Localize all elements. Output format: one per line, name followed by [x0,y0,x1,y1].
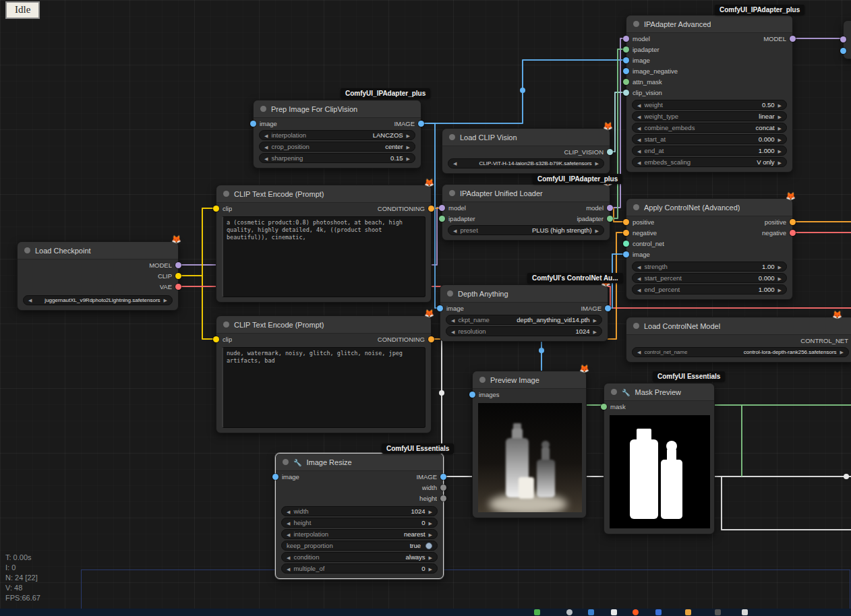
increment-arrow-icon[interactable] [407,143,410,150]
decrement-arrow-icon[interactable] [287,519,290,526]
crop-position-widget[interactable]: crop_position center [259,142,415,152]
node-clip-text-encode-negative[interactable]: CLIP Text Encode (Prompt) clip CONDITION… [216,315,432,433]
output-slot-negative[interactable] [790,230,796,236]
weight-type-widget[interactable]: weight_type linear [632,111,787,121]
input-slot-ipadapter[interactable] [623,47,629,53]
output-slot-image[interactable] [605,305,611,311]
interpolation-widget[interactable]: interpolation LANCZOS [259,130,415,140]
taskbar[interactable] [0,609,851,616]
increment-arrow-icon[interactable] [429,553,432,561]
output-slot-vae[interactable] [175,284,181,290]
node-title-bar[interactable]: CLIP Text Encode (Prompt) [216,316,431,334]
increment-arrow-icon[interactable] [595,160,599,166]
decrement-arrow-icon[interactable] [637,147,641,154]
ckpt-name-widget[interactable]: ckpt_name depth_anything_vitl14.pth [446,315,602,325]
decrement-arrow-icon[interactable] [637,263,641,270]
output-slot-image[interactable] [418,121,424,127]
input-slot-attn-mask[interactable] [623,79,629,85]
taskbar-white-app-icon[interactable] [611,609,617,615]
node-preview-image[interactable]: Preview Image images [472,371,587,518]
decrement-arrow-icon[interactable] [287,507,290,515]
partial-node-right[interactable] [843,20,851,59]
weight-widget[interactable]: weight 0.50 [632,100,787,110]
input-slot-model[interactable] [439,205,445,211]
collapse-dot-icon[interactable] [260,106,266,112]
input-slot-negative[interactable] [623,230,629,236]
status-badge[interactable]: Idle [5,1,40,19]
output-slot-conditioning[interactable] [428,336,434,342]
collapse-dot-icon[interactable] [633,21,639,27]
node-title-bar[interactable]: Apply ControlNet (Advanced) [626,199,792,216]
taskbar-chart-icon[interactable] [534,609,540,615]
input-slot-image[interactable] [623,251,629,257]
prompt-textarea[interactable]: a (cosmetic product:0.8) photoshoot, at … [222,216,426,297]
node-ipadapter-unified-loader[interactable]: IPAdapter Unified Loader model model ipa… [442,184,610,241]
output-slot-width[interactable] [440,485,446,491]
increment-arrow-icon[interactable] [595,226,599,234]
node-prep-image-clipvision[interactable]: Prep Image For ClipVision image IMAGE in… [253,100,421,168]
output-slot-clip[interactable] [175,273,181,279]
decrement-arrow-icon[interactable] [264,131,268,139]
taskbar-mail-icon[interactable] [655,609,662,615]
node-depth-anything[interactable]: Depth Anything image IMAGE ckpt_name dep… [440,284,608,342]
width-widget[interactable]: width 1024 [281,506,438,516]
decrement-arrow-icon[interactable] [451,328,454,335]
node-mask-preview[interactable]: Mask Preview mask [604,383,715,534]
increment-arrow-icon[interactable] [407,131,410,139]
preset-widget[interactable]: preset PLUS (high strength) [448,225,604,235]
input-slot-image-negative[interactable] [623,68,629,74]
node-title-bar[interactable]: IPAdapter Advanced [626,16,792,33]
end-at-widget[interactable]: end_at 1.000 [632,146,787,156]
decrement-arrow-icon[interactable] [637,158,641,166]
output-slot-height[interactable] [440,495,446,501]
node-title-bar[interactable]: Preview Image [473,371,586,389]
increment-arrow-icon[interactable] [164,297,167,303]
node-clip-text-encode-positive[interactable]: CLIP Text Encode (Prompt) clip CONDITION… [216,185,432,303]
output-slot-clip-vision[interactable] [607,149,613,155]
increment-arrow-icon[interactable] [778,147,782,154]
decrement-arrow-icon[interactable] [264,154,268,162]
increment-arrow-icon[interactable] [778,286,782,293]
input-slot-ipadapter[interactable] [439,216,445,222]
decrement-arrow-icon[interactable] [451,316,454,324]
node-title-bar[interactable]: Depth Anything [440,285,608,303]
increment-arrow-icon[interactable] [840,349,844,355]
increment-arrow-icon[interactable] [593,316,597,324]
input-slot-positive[interactable] [623,219,629,225]
taskbar-browser-icon[interactable] [633,609,639,615]
prompt-textarea[interactable]: nude, watermark, noisy, glitch, glitch, … [222,347,426,428]
input-slot-images[interactable] [469,392,475,398]
input-slot-image[interactable] [623,57,629,63]
decrement-arrow-icon[interactable] [637,113,641,120]
toggle-knob-icon[interactable] [426,543,432,549]
taskbar-sheet-icon[interactable] [742,609,748,615]
decrement-arrow-icon[interactable] [637,101,641,109]
resolution-widget[interactable]: resolution 1024 [446,326,602,336]
clip-name-widget[interactable]: CLIP-ViT-H-14-laion2B-s32B-b79K.safetens… [448,158,604,168]
collapse-dot-icon[interactable] [24,247,30,253]
output-slot-model[interactable] [790,36,796,42]
node-apply-controlnet[interactable]: Apply ControlNet (Advanced) positive pos… [626,198,793,300]
combine-embeds-widget[interactable]: combine_embeds concat [632,123,787,133]
increment-arrow-icon[interactable] [778,263,782,270]
node-title-bar[interactable]: CLIP Text Encode (Prompt) [216,185,431,203]
increment-arrow-icon[interactable] [429,519,432,526]
taskbar-orange-app-icon[interactable] [685,609,691,615]
node-image-resize[interactable]: Image Resize image IMAGE width height wi… [275,453,444,579]
increment-arrow-icon[interactable] [429,565,432,572]
node-load-checkpoint[interactable]: Load Checkpoint MODEL CLIP VAE juggernau… [17,241,179,311]
collapse-dot-icon[interactable] [611,389,617,395]
node-title-bar[interactable]: Load CLIP Vision [442,129,610,146]
start-at-widget[interactable]: start_at 0.000 [632,134,787,144]
node-load-controlnet[interactable]: Load ControlNet Model CONTROL_NET contro… [626,317,851,363]
embeds-scaling-widget[interactable]: embeds_scaling V only [632,157,787,167]
output-slot-image[interactable] [440,474,446,480]
sharpening-widget[interactable]: sharpening 0.15 [259,153,415,163]
collapse-dot-icon[interactable] [223,191,229,197]
increment-arrow-icon[interactable] [778,124,782,131]
collapse-dot-icon[interactable] [633,204,639,210]
node-title-bar[interactable]: Prep Image For ClipVision [254,100,421,118]
output-slot-model[interactable] [175,262,181,268]
input-slot-model[interactable] [623,36,629,42]
decrement-arrow-icon[interactable] [287,553,290,561]
